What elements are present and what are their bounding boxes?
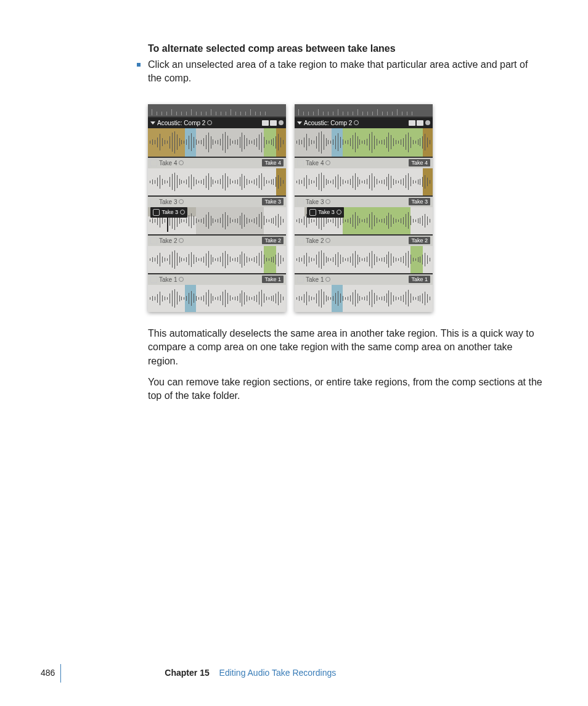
take-lane-label-left: Take 4 [306,160,324,166]
take-lane-label-left: Take 3 [159,199,177,205]
timeline-ruler [148,104,286,117]
record-indicator-icon [207,120,212,125]
take-lane-label-right: Take 1 [409,276,430,283]
comp-lane-label: Acoustic: Comp 2 [304,120,352,126]
take-lane-label-left: Take 4 [159,160,177,166]
comp-tool-buttons[interactable] [409,120,423,126]
waveform [148,285,286,312]
timeline-ruler [295,104,433,117]
loop-icon [150,199,157,205]
waveform [148,128,286,157]
take-wave-area-2[interactable] [148,246,286,273]
waveform [295,128,433,157]
record-indicator-icon [325,160,330,165]
take-lane-header-4[interactable]: Take 4Take 4 [148,158,286,168]
comp-wave-area[interactable] [295,128,433,157]
chapter-label: Chapter 15 [165,668,209,678]
take-selection-text: Take 3 [318,209,335,215]
content-column: To alternate selected comp areas between… [148,43,542,411]
take-panel-right: Acoustic: Comp 2Take 4Take 4Take 3Take 3… [295,104,433,312]
take-lane-header-1[interactable]: Take 1Take 1 [295,274,433,285]
take-lane-label-left: Take 1 [306,276,324,283]
waveform [148,168,286,195]
take-wave-area-1[interactable] [295,285,433,312]
waveform [148,246,286,273]
loop-icon [153,209,160,216]
take-wave-area-1[interactable] [148,285,286,312]
take-selection-label[interactable]: Take 3 [150,207,187,218]
loop-icon [150,160,157,166]
take-lane-header-4[interactable]: Take 4Take 4 [295,158,433,168]
record-indicator-icon [354,120,359,125]
take-lane-label-right: Take 2 [262,237,284,244]
loop-icon [150,237,157,244]
take-lane-header-3[interactable]: Take 3Take 3 [295,197,433,207]
record-indicator-icon [180,210,185,215]
disclosure-triangle-icon[interactable] [150,121,155,125]
chapter-title: Editing Audio Take Recordings [219,668,337,678]
footer-divider [60,664,61,683]
waveform [295,246,433,273]
take-lane-label-right: Take 2 [409,237,430,244]
take-wave-area-2[interactable] [295,246,433,273]
take-panel-left: Acoustic: Comp 2Take 4Take 4Take 3Take 3… [148,104,286,312]
paragraph-2: This automatically deselects the same ar… [148,327,542,368]
record-indicator-icon [179,199,184,204]
comp-wave-area[interactable] [148,128,286,157]
take-lane-label-right: Take 3 [409,198,430,205]
loop-icon [297,237,304,244]
disclosure-triangle-icon[interactable] [297,121,302,125]
record-indicator-icon [179,238,184,243]
take-lane-label-left: Take 2 [306,237,324,244]
page-number: 486 [41,668,55,678]
take-lane-label-left: Take 1 [159,276,177,283]
bullet-icon [137,63,141,67]
take-lane-label-left: Take 3 [306,199,324,205]
loop-icon [297,199,304,205]
take-lane-header-2[interactable]: Take 2Take 2 [295,236,433,246]
loop-icon [309,209,316,216]
record-indicator-icon [337,210,341,215]
loop-icon [297,160,304,166]
record-indicator-icon [325,277,330,282]
bullet-text: Click an unselected area of a take regio… [148,58,542,86]
record-indicator-icon [179,277,184,282]
bullet-item: Click an unselected area of a take regio… [137,58,542,93]
take-selection-label[interactable]: Take 3 [307,207,344,218]
task-heading: To alternate selected comp areas between… [148,43,542,54]
take-selection-text: Take 3 [161,209,178,215]
take-wave-area-3[interactable]: Take 3 [295,207,433,234]
waveform [295,168,433,195]
figure-pair: Acoustic: Comp 2Take 4Take 4Take 3Take 3… [148,104,542,312]
comp-lane-label: Acoustic: Comp 2 [157,120,205,126]
comp-lane-header[interactable]: Acoustic: Comp 2 [295,118,433,128]
waveform [295,285,433,312]
gear-icon[interactable] [425,120,430,125]
take-lane-label-right: Take 4 [262,159,284,166]
take-lane-header-2[interactable]: Take 2Take 2 [148,236,286,246]
record-indicator-icon [325,238,330,243]
record-indicator-icon [325,199,330,204]
take-lane-label-right: Take 4 [409,159,430,166]
loop-icon [297,276,304,283]
take-lane-label-right: Take 3 [262,198,284,205]
take-lane-header-3[interactable]: Take 3Take 3 [148,197,286,207]
take-wave-area-3[interactable]: Take 3 [148,207,286,234]
take-wave-area-4[interactable] [148,168,286,195]
take-lane-label-right: Take 1 [262,276,284,283]
record-indicator-icon [179,160,184,165]
comp-tool-buttons[interactable] [262,120,277,126]
page-footer: 486 Chapter 15 Editing Audio Take Record… [41,668,336,678]
take-wave-area-4[interactable] [295,168,433,195]
comp-lane-header[interactable]: Acoustic: Comp 2 [148,118,286,128]
take-lane-label-left: Take 2 [159,237,177,244]
take-lane-header-1[interactable]: Take 1Take 1 [148,274,286,285]
loop-icon [150,276,157,283]
gear-icon[interactable] [279,120,284,125]
paragraph-3: You can remove take region sections, or … [148,376,542,403]
